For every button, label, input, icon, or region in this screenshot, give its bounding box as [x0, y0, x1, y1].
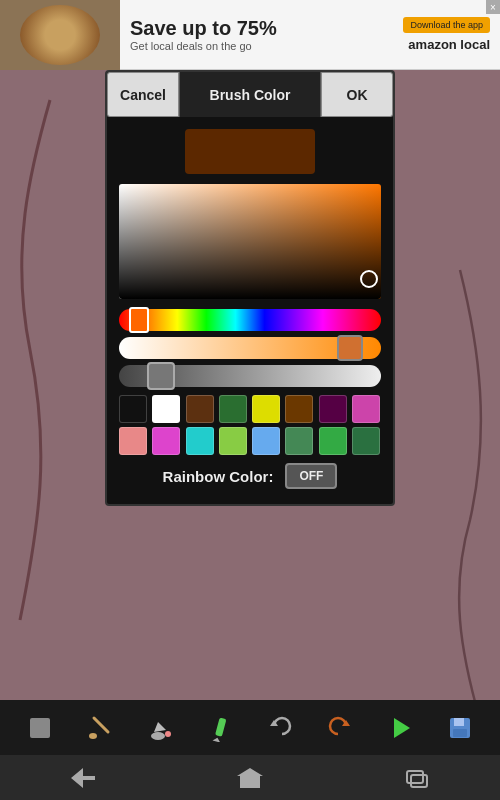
svg-point-3: [151, 732, 165, 740]
toolbar-redo-icon[interactable]: [322, 710, 358, 746]
svg-rect-12: [453, 729, 467, 737]
swatch-grid: [119, 395, 381, 455]
svg-rect-5: [215, 717, 226, 736]
color-preview: [185, 129, 315, 174]
color-swatch-8[interactable]: [119, 427, 147, 455]
color-swatch-0[interactable]: [119, 395, 147, 423]
color-swatch-9[interactable]: [152, 427, 180, 455]
color-swatch-1[interactable]: [152, 395, 180, 423]
toolbar-pencil-icon[interactable]: [202, 710, 238, 746]
opacity-thumb[interactable]: [337, 335, 363, 361]
color-swatch-5[interactable]: [285, 395, 313, 423]
hue-thumb[interactable]: [129, 307, 149, 333]
ad-text-area: Save up to 75% Get local deals on the go: [120, 9, 393, 60]
ad-logo: Download the app amazon local: [393, 17, 500, 52]
color-swatch-4[interactable]: [252, 395, 280, 423]
nav-back-button[interactable]: [63, 763, 103, 793]
nav-bar: [0, 755, 500, 800]
nav-home-button[interactable]: [230, 763, 270, 793]
svg-marker-9: [394, 718, 410, 738]
hue-slider[interactable]: [119, 309, 381, 331]
ad-food-decoration: [20, 5, 100, 65]
svg-marker-6: [213, 736, 222, 741]
ad-banner: Save up to 75% Get local deals on the go…: [0, 0, 500, 70]
color-swatch-14[interactable]: [319, 427, 347, 455]
opacity-slider[interactable]: [119, 337, 381, 359]
hue-slider-row: [119, 309, 381, 331]
color-swatch-12[interactable]: [252, 427, 280, 455]
toolbar-paint-icon[interactable]: [142, 710, 178, 746]
color-swatch-10[interactable]: [186, 427, 214, 455]
ad-image: [0, 0, 120, 70]
toolbar-save-icon[interactable]: [442, 710, 478, 746]
ad-subtext: Get local deals on the go: [130, 40, 383, 52]
grey-slider-row: [119, 365, 381, 387]
color-swatch-13[interactable]: [285, 427, 313, 455]
dialog-title: Brush Color: [179, 72, 321, 117]
ad-close-button[interactable]: ×: [486, 0, 500, 14]
grey-thumb[interactable]: [147, 362, 175, 390]
color-swatch-7[interactable]: [352, 395, 380, 423]
dialog-header: Cancel Brush Color OK: [107, 72, 393, 117]
ad-brand: amazon local: [408, 37, 490, 52]
color-swatch-2[interactable]: [186, 395, 214, 423]
ad-download-button[interactable]: Download the app: [403, 17, 490, 33]
svg-point-4: [165, 731, 171, 737]
rainbow-toggle[interactable]: OFF: [285, 463, 337, 489]
svg-point-2: [89, 733, 97, 739]
toolbar-undo-icon[interactable]: [262, 710, 298, 746]
sv-cursor: [360, 270, 378, 288]
color-swatch-3[interactable]: [219, 395, 247, 423]
saturation-value-picker[interactable]: [119, 184, 381, 299]
cancel-button[interactable]: Cancel: [107, 72, 179, 117]
color-swatch-6[interactable]: [319, 395, 347, 423]
svg-rect-15: [407, 771, 423, 783]
rainbow-label: Rainbow Color:: [163, 468, 274, 485]
ad-headline: Save up to 75%: [130, 17, 383, 40]
toolbar-brush-icon[interactable]: [82, 710, 118, 746]
svg-line-1: [94, 718, 108, 732]
ok-button[interactable]: OK: [321, 72, 393, 117]
svg-marker-14: [237, 768, 263, 788]
svg-rect-0: [30, 718, 50, 738]
svg-rect-16: [411, 775, 427, 787]
toolbar-canvas-icon[interactable]: [22, 710, 58, 746]
opacity-slider-row: [119, 337, 381, 359]
toolbar-play-icon[interactable]: [382, 710, 418, 746]
svg-marker-13: [71, 768, 95, 788]
svg-rect-11: [454, 718, 464, 726]
sv-gradient-dark: [119, 184, 381, 299]
color-swatch-15[interactable]: [352, 427, 380, 455]
rainbow-row: Rainbow Color: OFF: [107, 463, 393, 489]
bottom-toolbar: [0, 700, 500, 755]
grey-slider[interactable]: [119, 365, 381, 387]
nav-recents-button[interactable]: [397, 763, 437, 793]
color-picker-dialog: Cancel Brush Color OK Rainbow Color: OFF: [105, 70, 395, 506]
color-swatch-11[interactable]: [219, 427, 247, 455]
